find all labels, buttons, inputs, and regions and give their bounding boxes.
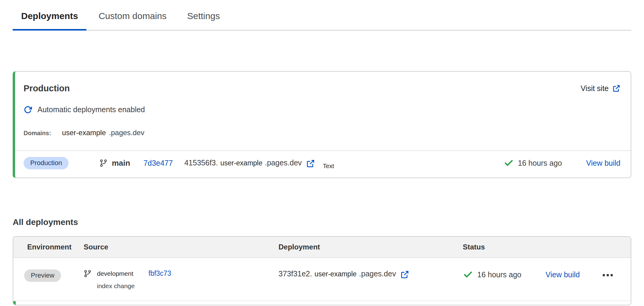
success-check-icon — [504, 158, 514, 168]
refresh-icon — [24, 106, 32, 114]
branch-name: main — [112, 158, 130, 168]
deployment-url-suffix: .pages.dev — [359, 269, 396, 278]
deployments-table: Environment Source Deployment Status Pre… — [13, 236, 631, 305]
status-cell: 16 hours ago View build — [463, 269, 631, 292]
commit-hash-link[interactable]: 7d3e477 — [143, 159, 173, 168]
external-link-icon — [400, 270, 409, 279]
production-deployment-row: Production main 7d3e477 415356f3. user-e… — [15, 150, 631, 175]
auto-deploy-text: Automatic deployments enabled — [37, 105, 145, 114]
production-title: Production — [24, 82, 70, 95]
tab-settings[interactable]: Settings — [179, 0, 228, 31]
environment-badge: Preview — [24, 269, 61, 282]
column-header-status: Status — [463, 243, 631, 251]
tab-bar: Deployments Custom domains Settings — [13, 0, 631, 31]
branch-name: development — [97, 270, 133, 277]
environment-cell: Preview — [24, 269, 84, 292]
more-options-button[interactable] — [601, 271, 615, 279]
deployment-url-prefix: 373f31e2. — [279, 269, 312, 278]
source-cell: development fbf3c73 index change — [84, 269, 279, 292]
ellipsis-dot — [610, 274, 613, 276]
all-deployments-title: All deployments — [13, 217, 631, 227]
column-header-source: Source — [84, 243, 279, 251]
domain-name: user-example — [62, 129, 106, 137]
deployment-url-suffix: .pages.dev — [265, 158, 302, 167]
deployment-note: Text — [323, 163, 334, 170]
deployment-cell: 373f31e2. user-example .pages.dev — [279, 269, 463, 292]
deployment-time: 16 hours ago — [477, 270, 521, 279]
deployment-url-name: user-example — [314, 270, 356, 278]
domains-row: Domains: user-example .pages.dev — [24, 129, 620, 137]
domain-suffix: .pages.dev — [109, 129, 144, 137]
column-header-environment: Environment — [24, 243, 84, 251]
external-link-icon — [612, 84, 620, 93]
environment-badge: Production — [24, 157, 69, 169]
production-card: Production Visit site Automa — [13, 71, 631, 178]
auto-deployments-status: Automatic deployments enabled — [24, 105, 620, 114]
ellipsis-dot — [607, 274, 609, 276]
commit-hash-link[interactable]: fbf3c73 — [148, 269, 171, 278]
next-row-accent-bar — [13, 301, 16, 305]
deployment-url-link[interactable]: 373f31e2. user-example .pages.dev — [279, 269, 463, 278]
deployment-status: 16 hours ago View build — [504, 158, 620, 168]
domains-label: Domains: — [24, 130, 51, 137]
external-link-icon — [306, 159, 315, 168]
git-branch-icon — [84, 270, 92, 278]
pages-project-deployments-page: Deployments Custom domains Settings Prod… — [0, 0, 644, 306]
success-check-icon — [463, 269, 473, 280]
deployment-info: Production main 7d3e477 415356f3. user-e… — [24, 157, 334, 169]
production-card-header: Production Visit site — [24, 82, 620, 95]
ellipsis-dot — [603, 274, 605, 276]
deployment-url-link[interactable]: 415356f3. user-example .pages.dev — [184, 158, 315, 168]
visit-site-label: Visit site — [581, 82, 609, 95]
tab-deployments[interactable]: Deployments — [13, 0, 86, 31]
visit-site-link[interactable]: Visit site — [581, 82, 620, 95]
tab-custom-domains[interactable]: Custom domains — [90, 0, 175, 31]
git-branch-icon — [99, 159, 108, 167]
deployment-url-prefix: 415356f3. — [184, 158, 218, 167]
table-row: Preview development fbf3c73 — [13, 258, 631, 301]
commit-message: index change — [97, 282, 279, 290]
deployment-url-name: user-example — [220, 159, 262, 167]
table-header-row: Environment Source Deployment Status — [13, 237, 631, 258]
view-build-link[interactable]: View build — [586, 159, 620, 168]
column-header-deployment: Deployment — [279, 243, 463, 251]
deployment-time: 16 hours ago — [518, 159, 562, 168]
view-build-link[interactable]: View build — [546, 270, 580, 279]
